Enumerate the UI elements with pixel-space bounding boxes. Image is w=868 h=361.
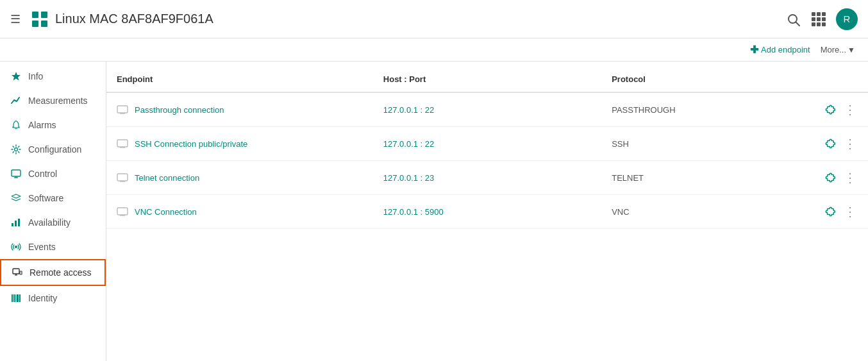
bell-icon	[10, 119, 22, 131]
sidebar-item-events-label: Events	[28, 242, 56, 252]
endpoint-name[interactable]: Telnet connection	[135, 173, 199, 183]
svg-rect-20	[13, 294, 15, 302]
host-port-value: 127.0.0.1 : 5900	[383, 207, 444, 217]
col-header-actions	[792, 67, 868, 92]
screen-icon	[117, 138, 128, 149]
plugin-icon[interactable]	[824, 104, 836, 116]
endpoints-table: Endpoint Host : Port Protocol Passthroug	[106, 67, 868, 229]
header: ☰ Linux MAC 8AF8AF9F061A R	[0, 0, 868, 38]
more-button[interactable]: More... ▼	[821, 45, 855, 55]
sidebar-item-remote-access[interactable]: Remote access	[0, 259, 106, 286]
more-actions-icon[interactable]: ⋮	[844, 136, 858, 151]
main-content: Info Measurements Alarms	[0, 62, 868, 361]
more-label: More...	[821, 45, 846, 55]
toolbar: ✚ Add endpoint More... ▼	[0, 38, 868, 62]
sidebar-item-alarms[interactable]: Alarms	[0, 113, 106, 137]
svg-rect-30	[117, 174, 128, 181]
sidebar-item-events[interactable]: Events	[0, 235, 106, 259]
sidebar-item-info[interactable]: Info	[0, 64, 106, 88]
protocol-value: TELNET	[612, 173, 644, 183]
bar-chart-icon	[10, 217, 22, 228]
protocol-cell: SSH	[601, 127, 792, 161]
screen-icon	[117, 172, 128, 183]
svg-rect-24	[117, 106, 128, 113]
table-row: VNC Connection 127.0.0.1 : 5900 VNC ⋮	[106, 195, 868, 229]
sidebar-item-software-label: Software	[28, 193, 63, 203]
svg-rect-33	[117, 208, 128, 215]
svg-rect-12	[15, 221, 17, 226]
endpoint-cell: Telnet connection	[106, 161, 373, 195]
svg-rect-19	[12, 294, 13, 302]
table-row: SSH Connection public/private 127.0.0.1 …	[106, 127, 868, 161]
svg-rect-15	[13, 269, 19, 274]
radio-icon	[10, 241, 22, 253]
header-actions: R	[786, 8, 858, 30]
plugin-icon[interactable]	[824, 206, 836, 218]
host-port-cell: 127.0.0.1 : 23	[373, 161, 601, 195]
svg-rect-1	[41, 12, 47, 18]
menu-icon[interactable]: ☰	[10, 12, 21, 26]
svg-rect-2	[32, 21, 38, 27]
plus-icon: ✚	[750, 44, 758, 56]
more-actions-icon[interactable]: ⋮	[844, 204, 858, 219]
host-port-cell: 127.0.0.1 : 22	[373, 127, 601, 161]
svg-point-7	[15, 148, 18, 151]
svg-rect-16	[20, 271, 22, 274]
protocol-cell: PASSTHROUGH	[601, 92, 792, 127]
remote-icon	[12, 267, 23, 278]
svg-rect-0	[32, 12, 38, 18]
sidebar-item-identity[interactable]: Identity	[0, 286, 106, 310]
identity-icon	[10, 292, 22, 304]
search-icon[interactable]	[786, 10, 801, 27]
col-header-host-port: Host : Port	[373, 67, 601, 92]
more-actions-icon[interactable]: ⋮	[844, 170, 858, 185]
plugin-icon[interactable]	[824, 172, 836, 184]
sidebar-item-configuration[interactable]: Configuration	[0, 137, 106, 162]
endpoint-cell: VNC Connection	[106, 195, 373, 229]
protocol-cell: TELNET	[601, 161, 792, 195]
endpoint-name[interactable]: VNC Connection	[135, 207, 197, 217]
avatar[interactable]: R	[836, 8, 858, 30]
actions-cell: ⋮	[792, 92, 868, 127]
monitor-icon	[10, 168, 22, 180]
table-row: Telnet connection 127.0.0.1 : 23 TELNET …	[106, 161, 868, 195]
grid-icon[interactable]	[812, 12, 826, 26]
host-port-cell: 127.0.0.1 : 22	[373, 92, 601, 127]
protocol-value: VNC	[612, 207, 629, 217]
sidebar-item-configuration-label: Configuration	[28, 144, 81, 155]
svg-rect-22	[17, 294, 19, 302]
add-endpoint-label: Add endpoint	[761, 45, 810, 55]
sidebar-item-measurements-label: Measurements	[28, 96, 88, 106]
svg-rect-13	[18, 219, 20, 226]
sidebar-item-info-label: Info	[28, 71, 43, 81]
svg-line-5	[796, 22, 800, 26]
endpoint-name[interactable]: SSH Connection public/private	[135, 139, 247, 149]
page-title: Linux MAC 8AF8AF9F061A	[55, 12, 786, 26]
protocol-value: SSH	[612, 139, 629, 149]
svg-rect-3	[41, 21, 47, 27]
endpoint-name[interactable]: Passthrough connection	[135, 105, 224, 115]
sidebar-item-control[interactable]: Control	[0, 162, 106, 186]
sidebar-item-control-label: Control	[28, 169, 57, 179]
svg-rect-21	[15, 294, 16, 302]
add-endpoint-button[interactable]: ✚ Add endpoint	[750, 44, 810, 56]
sidebar: Info Measurements Alarms	[0, 62, 106, 361]
more-actions-icon[interactable]: ⋮	[844, 102, 858, 117]
sidebar-item-availability[interactable]: Availability	[0, 210, 106, 235]
sidebar-item-software[interactable]: Software	[0, 186, 106, 210]
protocol-cell: VNC	[601, 195, 792, 229]
col-header-protocol: Protocol	[601, 67, 792, 92]
actions-cell: ⋮	[792, 161, 868, 195]
sidebar-item-measurements[interactable]: Measurements	[0, 88, 106, 113]
gear-icon	[10, 144, 22, 155]
host-port-cell: 127.0.0.1 : 5900	[373, 195, 601, 229]
star-icon	[10, 71, 22, 82]
chevron-down-icon: ▼	[847, 46, 855, 55]
sidebar-item-availability-label: Availability	[28, 217, 71, 228]
protocol-value: PASSTHROUGH	[612, 105, 675, 115]
host-port-value: 127.0.0.1 : 22	[383, 139, 435, 149]
host-port-value: 127.0.0.1 : 22	[383, 105, 435, 115]
actions-cell: ⋮	[792, 127, 868, 161]
plugin-icon[interactable]	[824, 138, 836, 150]
sidebar-item-identity-label: Identity	[28, 293, 57, 303]
